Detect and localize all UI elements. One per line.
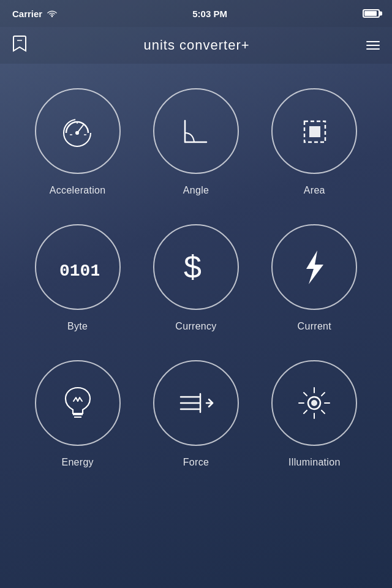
illumination-circle: [271, 360, 357, 446]
currency-circle: $: [153, 224, 239, 310]
acceleration-label: Acceleration: [50, 185, 106, 196]
bookmark-icon[interactable]: [12, 35, 27, 56]
area-circle: [271, 88, 357, 174]
area-icon: [295, 111, 334, 151]
grid-item-energy[interactable]: Energy: [18, 348, 137, 478]
svg-line-28: [322, 410, 325, 413]
svg-point-8: [76, 131, 79, 134]
status-time: 5:03 PM: [192, 9, 227, 19]
byte-label: Byte: [67, 321, 88, 332]
battery-indicator: [363, 9, 380, 18]
grid-item-byte[interactable]: 0101 Byte: [18, 212, 137, 342]
currency-icon: $: [179, 247, 213, 287]
grid-item-illumination[interactable]: Illumination: [255, 348, 374, 478]
bulb-icon: [59, 382, 96, 424]
svg-rect-12: [309, 126, 320, 137]
energy-circle: [35, 360, 121, 446]
grid-item-angle[interactable]: Angle: [137, 76, 255, 206]
grid-item-force[interactable]: Force: [137, 348, 255, 478]
app-header: units converter+: [0, 27, 392, 64]
area-label: Area: [304, 185, 325, 196]
svg-point-0: [51, 16, 53, 17]
grid-item-currency[interactable]: $ Currency: [137, 212, 255, 342]
currency-label: Currency: [175, 321, 216, 332]
svg-line-27: [304, 393, 307, 396]
grid-item-acceleration[interactable]: Acceleration: [18, 76, 137, 206]
force-label: Force: [183, 457, 209, 468]
illumination-icon: [293, 382, 336, 424]
battery-icon: [363, 9, 380, 18]
angle-icon: [176, 111, 216, 151]
lightning-icon: [298, 247, 331, 287]
status-bar: Carrier 5:03 PM: [0, 0, 392, 27]
current-circle: [271, 224, 357, 310]
illumination-label: Illumination: [288, 457, 341, 468]
menu-button[interactable]: [366, 41, 380, 50]
svg-text:$: $: [184, 249, 202, 285]
speedometer-icon: [58, 111, 97, 151]
svg-marker-15: [306, 251, 323, 284]
svg-point-31: [311, 400, 317, 406]
wifi-icon: [47, 10, 57, 17]
current-label: Current: [298, 321, 331, 332]
acceleration-circle: [35, 88, 121, 174]
grid-item-area[interactable]: Area: [255, 76, 374, 206]
byte-icon: 0101: [56, 255, 99, 279]
category-grid: Acceleration Angle Area 0101 Byte: [0, 64, 392, 490]
svg-line-30: [304, 410, 307, 413]
svg-text:0101: 0101: [59, 262, 99, 279]
angle-circle: [153, 88, 239, 174]
byte-circle: 0101: [35, 224, 121, 310]
force-icon: [175, 385, 217, 421]
carrier-text: Carrier: [12, 9, 42, 19]
app-title: units converter+: [143, 37, 249, 53]
grid-item-current[interactable]: Current: [255, 212, 374, 342]
carrier-info: Carrier: [12, 9, 57, 19]
force-circle: [153, 360, 239, 446]
svg-line-29: [322, 393, 325, 396]
angle-label: Angle: [183, 185, 209, 196]
energy-label: Energy: [61, 457, 94, 468]
